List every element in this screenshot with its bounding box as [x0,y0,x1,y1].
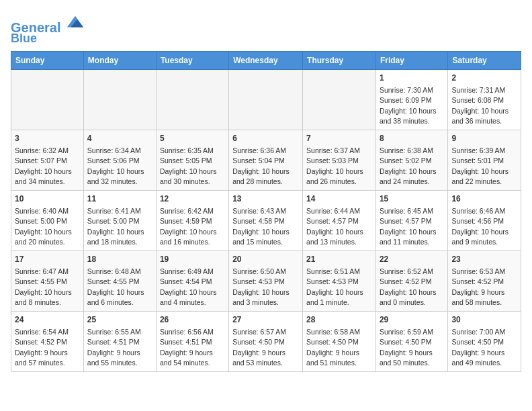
cell-content: Sunrise: 6:34 AM [87,146,152,156]
cell-content: Sunset: 5:01 PM [451,156,517,166]
day-number: 9 [451,133,517,144]
cell-content: Sunset: 4:51 PM [87,337,152,347]
day-number: 28 [306,314,372,326]
day-number: 23 [451,254,517,265]
day-number: 25 [87,314,152,326]
cell-content: Sunset: 4:58 PM [232,216,299,226]
day-number: 18 [87,254,152,265]
cell-content: Sunrise: 6:44 AM [306,206,372,216]
calendar-cell: 19Sunrise: 6:49 AMSunset: 4:54 PMDayligh… [156,250,228,311]
cell-content: and 58 minutes. [451,298,517,308]
calendar-cell: 12Sunrise: 6:42 AMSunset: 4:59 PMDayligh… [156,190,228,250]
calendar-week-row: 1Sunrise: 7:30 AMSunset: 6:09 PMDaylight… [11,69,521,130]
calendar-cell: 10Sunrise: 6:40 AMSunset: 5:00 PMDayligh… [11,190,84,250]
calendar-body: 1Sunrise: 7:30 AMSunset: 6:09 PMDaylight… [11,69,521,371]
cell-content: Sunrise: 6:54 AM [15,327,80,337]
cell-content: Sunrise: 6:49 AM [160,267,225,277]
calendar-cell [11,69,84,130]
calendar-cell: 21Sunrise: 6:51 AMSunset: 4:53 PMDayligh… [303,250,376,311]
day-number: 26 [160,314,225,326]
day-number: 4 [87,133,152,144]
cell-content: Sunset: 4:55 PM [15,277,80,287]
calendar-cell [156,69,228,130]
calendar-cell: 25Sunrise: 6:55 AMSunset: 4:51 PMDayligh… [83,311,156,371]
calendar-cell: 1Sunrise: 7:30 AMSunset: 6:09 PMDaylight… [375,69,447,130]
cell-content: Sunset: 4:50 PM [380,337,444,347]
day-number: 22 [380,254,444,265]
cell-content: Sunset: 5:00 PM [15,216,80,226]
weekday-header-row: SundayMondayTuesdayWednesdayThursdayFrid… [11,51,521,69]
cell-content: Sunrise: 6:55 AM [87,327,152,337]
cell-content: and 15 minutes. [232,237,299,247]
cell-content: and 55 minutes. [87,358,152,368]
day-number: 14 [306,193,372,205]
cell-content: Sunrise: 6:38 AM [380,146,444,156]
cell-content: Sunset: 4:52 PM [451,277,517,287]
calendar-cell [303,69,376,130]
cell-content: Sunset: 4:52 PM [380,277,444,287]
calendar-cell: 28Sunrise: 6:58 AMSunset: 4:50 PMDayligh… [303,311,376,371]
calendar-cell: 26Sunrise: 6:56 AMSunset: 4:51 PMDayligh… [156,311,228,371]
cell-content: Sunrise: 6:59 AM [380,327,444,337]
cell-content: Sunrise: 6:36 AM [232,146,299,156]
cell-content: Sunrise: 6:45 AM [380,206,444,216]
cell-content: Sunrise: 7:00 AM [451,327,517,337]
cell-content: and 28 minutes. [232,177,299,187]
cell-content: Sunset: 4:53 PM [306,277,372,287]
cell-content: and 13 minutes. [306,237,372,247]
cell-content: and 18 minutes. [87,237,152,247]
calendar-cell: 17Sunrise: 6:47 AMSunset: 4:55 PMDayligh… [11,250,84,311]
cell-content: Daylight: 9 hours [232,348,299,358]
calendar-cell: 9Sunrise: 6:39 AMSunset: 5:01 PMDaylight… [448,130,521,190]
calendar-cell: 15Sunrise: 6:45 AMSunset: 4:57 PMDayligh… [375,190,447,250]
cell-content: Sunset: 6:08 PM [451,95,517,105]
day-number: 8 [380,133,444,144]
cell-content: Sunset: 5:03 PM [306,156,372,166]
calendar-cell: 24Sunrise: 6:54 AMSunset: 4:52 PMDayligh… [11,311,84,371]
cell-content: Sunset: 4:54 PM [160,277,225,287]
cell-content: and 8 minutes. [15,298,80,308]
day-number: 10 [15,193,80,205]
cell-content: Daylight: 10 hours [451,167,517,177]
day-number: 30 [451,314,517,326]
cell-content: and 50 minutes. [380,358,444,368]
calendar-cell: 16Sunrise: 6:46 AMSunset: 4:56 PMDayligh… [448,190,521,250]
day-number: 6 [232,133,299,144]
header: General Blue [11,11,521,46]
cell-content: Sunset: 4:55 PM [87,277,152,287]
cell-content: Sunrise: 6:56 AM [160,327,225,337]
cell-content: Sunrise: 6:43 AM [232,206,299,216]
weekday-header: Sunday [11,51,84,69]
cell-content: Sunset: 4:52 PM [15,337,80,347]
cell-content: Sunrise: 6:40 AM [15,206,80,216]
calendar-cell: 29Sunrise: 6:59 AMSunset: 4:50 PMDayligh… [375,311,447,371]
day-number: 2 [451,73,517,84]
cell-content: Sunset: 5:05 PM [160,156,225,166]
cell-content: Sunset: 4:50 PM [232,337,299,347]
day-number: 29 [380,314,444,326]
cell-content: Daylight: 10 hours [15,227,80,237]
cell-content: Sunset: 5:07 PM [15,156,80,166]
cell-content: Sunrise: 6:46 AM [451,206,517,216]
cell-content: Sunset: 5:06 PM [87,156,152,166]
calendar-cell [229,69,303,130]
day-number: 19 [160,254,225,265]
logo-icon [66,13,85,32]
cell-content: Sunrise: 6:52 AM [380,267,444,277]
cell-content: Sunrise: 7:31 AM [451,85,517,95]
cell-content: Daylight: 10 hours [87,287,152,298]
cell-content: Daylight: 10 hours [232,227,299,237]
cell-content: Sunrise: 6:39 AM [451,146,517,156]
cell-content: Sunset: 4:51 PM [160,337,225,347]
day-number: 27 [232,314,299,326]
day-number: 11 [87,193,152,205]
calendar-cell: 2Sunrise: 7:31 AMSunset: 6:08 PMDaylight… [448,69,521,130]
weekday-header: Wednesday [229,51,303,69]
cell-content: and 30 minutes. [160,177,225,187]
cell-content: and 22 minutes. [451,177,517,187]
calendar-cell: 6Sunrise: 6:36 AMSunset: 5:04 PMDaylight… [229,130,303,190]
cell-content: and 24 minutes. [380,177,444,187]
calendar-week-row: 17Sunrise: 6:47 AMSunset: 4:55 PMDayligh… [11,250,521,311]
cell-content: and 57 minutes. [15,358,80,368]
day-number: 15 [380,193,444,205]
